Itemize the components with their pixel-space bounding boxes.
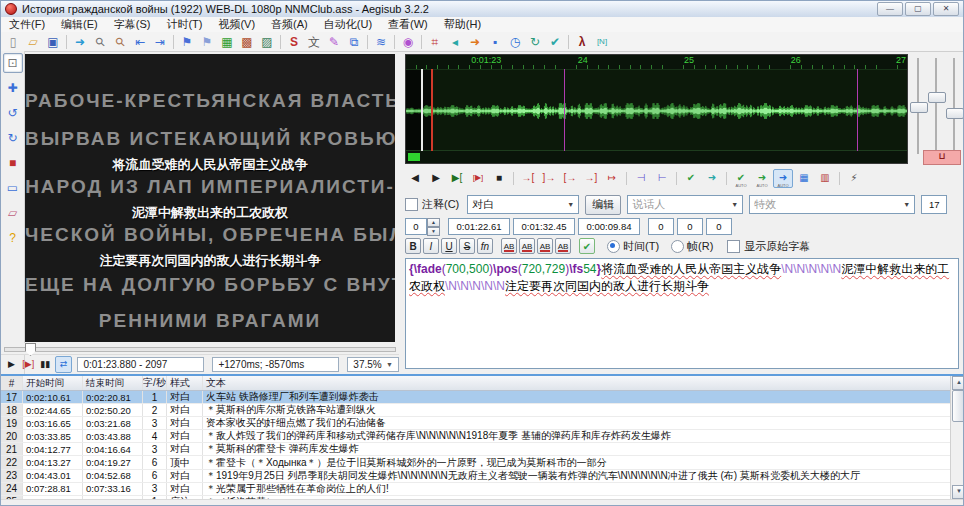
video-play-button[interactable]: ▶	[4, 357, 19, 372]
show-original-checkbox[interactable]	[727, 240, 740, 253]
commit-button[interactable]: ✔	[579, 238, 595, 254]
play-selection-button[interactable]: ▶[	[447, 169, 467, 188]
layer-stepper[interactable]: ▲▼	[427, 218, 440, 235]
selection-start-marker[interactable]	[431, 69, 433, 151]
grid-header-5[interactable]: 文本	[203, 376, 964, 390]
primary-color-button[interactable]: AB	[501, 238, 517, 254]
minimize-button[interactable]: —	[877, 2, 903, 16]
auto-commit-button[interactable]: ✔AUTO	[731, 169, 751, 188]
layer-field[interactable]: 0	[405, 218, 427, 235]
play-after-selection-button[interactable]: ]→	[539, 169, 559, 188]
styling-assistant-button[interactable]: ✎	[324, 32, 344, 51]
subtitle-row-19[interactable]: 190:03:16.650:03:21.683对白资本家收买的奸细点燃了我们的石…	[1, 417, 964, 430]
rotate-xy-tool-button[interactable]: ↻	[3, 128, 23, 148]
auto-scroll-button[interactable]: ➜AUTO	[773, 169, 793, 188]
attachments-button[interactable]: ⚑	[197, 32, 217, 51]
new-file-button[interactable]: ▯	[3, 32, 23, 51]
effect-select[interactable]: 特效 ▼	[749, 195, 915, 214]
grid-header-2[interactable]: 结束时间	[83, 376, 143, 390]
grid-header-3[interactable]: 字/秒	[143, 376, 167, 390]
video-auto-seek-toggle[interactable]: ⇄	[55, 356, 73, 373]
lead-in-button[interactable]: ⊣	[631, 169, 651, 188]
waveform-color-button[interactable]: ▥	[815, 169, 835, 188]
close-button[interactable]: ✕	[933, 2, 959, 16]
find-next-button[interactable]: ⚲	[110, 32, 130, 51]
open-file-button[interactable]: ▱	[23, 32, 43, 51]
timing-postprocessor-button[interactable]: ≋	[371, 32, 391, 51]
paste-over-button[interactable]: ⧉	[344, 32, 364, 51]
keyframe-marker[interactable]	[564, 69, 565, 151]
scroll-left-button[interactable]: ◀	[405, 169, 425, 188]
h-zoom-slider-thumb[interactable]	[910, 102, 928, 113]
play-before-selection-button[interactable]: →[	[518, 169, 538, 188]
video-zoom-select[interactable]: 37.5% ▼	[347, 357, 399, 372]
stop-preview-button[interactable]: ▪	[485, 32, 505, 51]
edit-style-button[interactable]: 编辑	[585, 195, 621, 215]
stop-button[interactable]: ■	[489, 169, 509, 188]
kanji-timer-button[interactable]: ◉	[398, 32, 418, 51]
spectrum-mode-button[interactable]: ▦	[794, 169, 814, 188]
video-display[interactable]: РАБОЧЕ-КРЕСТЬЯНСКАЯ ВЛАСТЬ,ВЫРВАВ ИСТЕКА…	[25, 54, 395, 342]
v-zoom-slider-thumb[interactable]	[928, 92, 946, 103]
fonts-collector-button[interactable]: ▨	[257, 32, 277, 51]
keyframe-marker[interactable]	[857, 69, 858, 151]
help-button[interactable]: ?	[3, 228, 23, 248]
subtitle-row-23[interactable]: 230:04:43.010:04:52.686对白＊1919年9月25日 列昂季…	[1, 470, 964, 483]
karaoke-mode-button[interactable]: ⚡	[844, 169, 864, 188]
menu-item-1[interactable]: 编辑(E)	[53, 17, 106, 32]
scroll-up-icon[interactable]: ▲	[952, 376, 964, 390]
play-line-button[interactable]: [▶]	[468, 169, 488, 188]
margin-left-field[interactable]: 0	[648, 218, 674, 235]
grid-header-4[interactable]: 样式	[167, 376, 203, 390]
menu-item-3[interactable]: 计时(T)	[158, 17, 210, 32]
jump-to-button[interactable]: ➜	[70, 32, 90, 51]
scroll-down-icon[interactable]: ▼	[952, 485, 964, 499]
comment-checkbox[interactable]	[405, 198, 418, 211]
grid-scrollbar[interactable]: ▲ ▼	[950, 376, 964, 499]
menu-item-5[interactable]: 音频(A)	[263, 17, 316, 32]
shadow-color-button[interactable]: AB	[555, 238, 571, 254]
subtitle-row-22[interactable]: 220:04:13.270:04:19.276顶中＊霍登卡（＊Ходынка＊）…	[1, 456, 964, 469]
standard-tool-button[interactable]: ⊡	[3, 53, 23, 73]
menu-item-2[interactable]: 字幕(S)	[106, 17, 159, 32]
start-time-field[interactable]: 0:01:22.61	[448, 218, 510, 235]
style-select[interactable]: 对白 ▼	[467, 195, 579, 214]
toggle-tags-button[interactable]: [N]	[592, 32, 612, 51]
margin-right-field[interactable]: 0	[677, 218, 703, 235]
duration-field[interactable]: 0:00:09.84	[578, 218, 640, 235]
menu-item-4[interactable]: 视频(V)	[210, 17, 263, 32]
end-time-field[interactable]: 0:01:32.45	[513, 218, 575, 235]
menu-item-8[interactable]: 帮助(H)	[436, 17, 489, 32]
bold-button[interactable]: B	[405, 238, 421, 254]
line-boundary-marker[interactable]	[421, 69, 423, 151]
scroll-right-button[interactable]: ▶	[426, 169, 446, 188]
menu-item-7[interactable]: 查看(W)	[380, 17, 436, 32]
clip-tool-button[interactable]: ▭	[3, 178, 23, 198]
actor-select[interactable]: 说话人 ▼	[627, 195, 743, 214]
video-seek-bar[interactable]	[1, 343, 399, 355]
automation-button[interactable]: λ	[572, 32, 592, 51]
subtitle-text-editor[interactable]: {\fade(700,500)\pos(720,729)\fs54}将流血受难的…	[405, 258, 959, 369]
properties-button[interactable]: ⚑	[177, 32, 197, 51]
commit-button[interactable]: ✔	[681, 169, 701, 188]
subtitle-row-21[interactable]: 210:04:12.770:04:16.643对白＊莫斯科的霍登卡 弹药库发生爆…	[1, 443, 964, 456]
scale-tool-button[interactable]: ■	[3, 153, 23, 173]
margin-vertical-field[interactable]: 0	[706, 218, 732, 235]
underline-button[interactable]: U	[441, 238, 457, 254]
strikeout-button[interactable]: S	[459, 238, 475, 254]
frame-mode-radio[interactable]	[671, 240, 684, 253]
shift-times-button[interactable]: ⌗	[425, 32, 445, 51]
lead-out-button[interactable]: ⊢	[652, 169, 672, 188]
rotate-z-tool-button[interactable]: ↺	[3, 103, 23, 123]
vector-clip-tool-button[interactable]: ▱	[3, 203, 23, 223]
grid-header-1[interactable]: 开始时间	[23, 376, 83, 390]
font-face-button[interactable]: fn	[477, 238, 493, 254]
audio-waveform-panel[interactable]: 0:01:2324252627	[405, 54, 908, 164]
spell-checker-button[interactable]: S	[284, 32, 304, 51]
menu-item-6[interactable]: 自动化(U)	[316, 17, 380, 32]
restore-button[interactable]: ▢	[905, 2, 931, 16]
select-lines-button[interactable]: ➜	[465, 32, 485, 51]
play-to-end-button[interactable]: ↦	[602, 169, 622, 188]
time-mode-radio[interactable]	[607, 240, 620, 253]
snap-end-to-video-button[interactable]: ⇥	[150, 32, 170, 51]
